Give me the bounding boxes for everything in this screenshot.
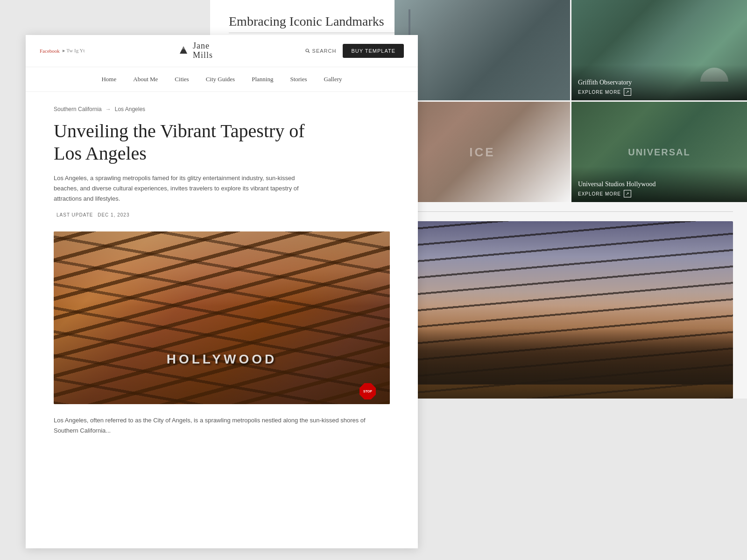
palm-overlay [54, 231, 390, 404]
article-area: Southern California → Los Angeles Unveil… [26, 92, 418, 455]
griffith-label: Griffith Observatory EXPLORE MORE ↗ [571, 65, 747, 100]
stop-sign: STOP [359, 383, 376, 399]
panel-divider [409, 211, 733, 212]
universal-globe-text: UNIVERSAL [628, 147, 691, 157]
facebook-link[interactable]: Facebook [40, 48, 60, 54]
universal-title: Universal Studios Hollywood [578, 181, 740, 188]
griffith-explore-more[interactable]: EXPLORE MORE ↗ [578, 88, 740, 96]
universal-explore-more[interactable]: EXPLORE MORE ↗ [578, 190, 740, 197]
nav-home[interactable]: Home [101, 76, 116, 83]
hollywood-sign-text: HOLLYWOOD [167, 352, 277, 367]
header-social: Facebook ▸ Tw Ig Yt [40, 48, 85, 54]
panel-bottom-skyline [409, 305, 733, 399]
right-panel: Griffith Observatory EXPLORE MORE ↗ ICE … [395, 0, 747, 399]
last-update-date: DEC 1, 2023 [98, 212, 129, 217]
article-intro: Los Angeles, a sprawling metropolis fame… [54, 173, 306, 204]
hero-image: HOLLYWOOD STOP [54, 231, 390, 404]
search-label: SEARCH [312, 48, 337, 54]
site-logo[interactable]: Jane Mills [177, 42, 213, 60]
universal-label: Universal Studios Hollywood EXPLORE MORE… [571, 167, 747, 202]
nav-cities[interactable]: Cities [175, 76, 189, 83]
grid-item-griffith[interactable]: Griffith Observatory EXPLORE MORE ↗ [571, 0, 747, 100]
nav-stories[interactable]: Stories [290, 76, 307, 83]
site-header: Facebook ▸ Tw Ig Yt Jane Mills SEARCH B [26, 35, 418, 67]
griffith-explore-arrow-icon: ↗ [624, 88, 631, 96]
breadcrumb: Southern California → Los Angeles [54, 106, 390, 112]
breadcrumb-region[interactable]: Southern California [54, 106, 102, 112]
social-links: ▸ Tw Ig Yt [63, 48, 85, 54]
breadcrumb-arrow-icon: → [106, 106, 111, 112]
grid-item-3[interactable]: ICE [395, 102, 570, 202]
svg-line-1 [308, 51, 310, 53]
grid-item-1[interactable] [395, 0, 570, 100]
search-button[interactable]: SEARCH [305, 48, 337, 54]
universal-explore-label: EXPLORE MORE [578, 191, 621, 196]
nav-gallery[interactable]: Gallery [324, 76, 342, 83]
stop-sign-text: STOP [363, 390, 372, 393]
logo-text: Jane Mills [193, 42, 213, 60]
griffith-title: Griffith Observatory [578, 79, 740, 86]
universal-explore-arrow-icon: ↗ [624, 190, 631, 197]
search-icon [305, 49, 310, 53]
article-body-text: Los Angeles, often referred to as the Ci… [54, 415, 390, 436]
last-update-label: LAST UPDATE [56, 212, 93, 217]
logo-name-last: Mills [193, 51, 213, 60]
last-update: LAST UPDATE DEC 1, 2023 [54, 212, 390, 217]
breadcrumb-city[interactable]: Los Angeles [115, 106, 145, 112]
grid-item-universal[interactable]: UNIVERSAL Universal Studios Hollywood EX… [571, 102, 747, 202]
ice-text: ICE [469, 145, 495, 159]
main-nav: Home About Me Cities City Guides Plannin… [26, 67, 418, 92]
header-actions: SEARCH BUY TEMPLATE [305, 44, 404, 58]
logo-mountain-icon [177, 44, 190, 57]
nav-about-me[interactable]: About Me [133, 76, 158, 83]
main-card: Facebook ▸ Tw Ig Yt Jane Mills SEARCH B [26, 35, 418, 548]
panel-bottom-image [409, 221, 733, 399]
image-grid: Griffith Observatory EXPLORE MORE ↗ ICE … [395, 0, 747, 202]
svg-point-0 [306, 49, 309, 52]
nav-city-guides[interactable]: City Guides [206, 76, 235, 83]
buy-template-button[interactable]: BUY TEMPLATE [343, 44, 404, 58]
griffith-explore-label: EXPLORE MORE [578, 90, 621, 95]
nav-planning[interactable]: Planning [252, 76, 273, 83]
article-title: Unveiling the Vibrant Tapestry of Los An… [54, 120, 310, 165]
logo-name-first: Jane [193, 42, 213, 51]
